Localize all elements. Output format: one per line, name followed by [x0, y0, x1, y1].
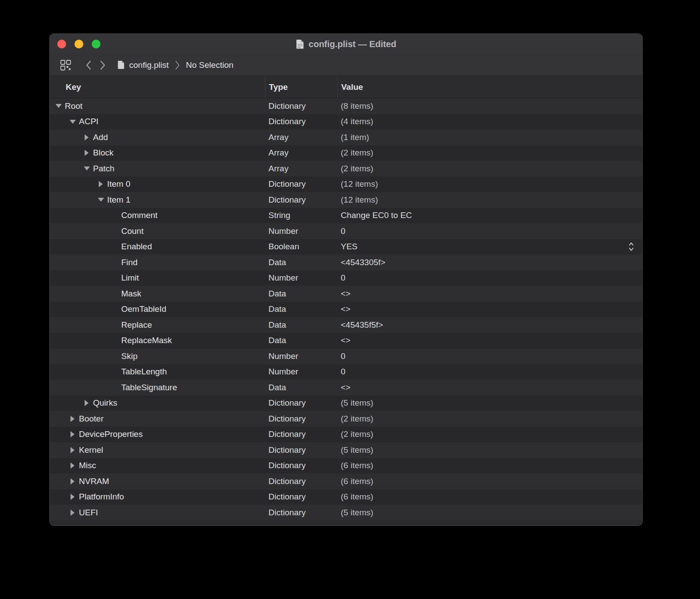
table-row[interactable]: KernelDictionary(5 items) — [50, 442, 642, 458]
row-key-label: Mask — [121, 289, 141, 299]
table-row[interactable]: LimitNumber0 — [50, 270, 642, 286]
table-row[interactable]: CommentStringChange EC0 to EC — [50, 208, 642, 224]
table-row[interactable]: ACPIDictionary(4 items) — [50, 114, 642, 130]
row-key-label: Enabled — [121, 242, 152, 251]
row-value[interactable]: (12 items) — [341, 195, 378, 205]
disclosure-triangle[interactable] — [97, 181, 107, 187]
table-row[interactable]: Item 0Dictionary(12 items) — [50, 177, 642, 192]
table-row[interactable]: NVRAMDictionary(6 items) — [50, 473, 642, 489]
forward-button[interactable] — [96, 58, 110, 73]
row-type: Dictionary — [265, 192, 337, 208]
row-key-label: Item 1 — [107, 195, 130, 205]
row-value[interactable]: 0 — [341, 351, 346, 361]
row-type: Array — [265, 145, 337, 161]
row-value[interactable]: (2 items) — [341, 429, 373, 439]
disclosure-triangle[interactable] — [97, 198, 107, 202]
table-row[interactable]: FindData<4543305f> — [50, 255, 642, 270]
row-value[interactable]: (5 items) — [341, 445, 373, 455]
row-key-label: DeviceProperties — [79, 429, 143, 439]
row-type: Array — [265, 129, 337, 145]
document-icon — [296, 39, 304, 49]
row-key-label: Misc — [79, 461, 96, 470]
table-row[interactable]: PlatformInfoDictionary(6 items) — [50, 489, 642, 505]
table-row[interactable]: QuirksDictionary(5 items) — [50, 396, 642, 411]
row-key-label: UEFI — [79, 508, 98, 518]
table-row[interactable]: OemTableIdData<> — [50, 302, 642, 318]
table-row[interactable]: CountNumber0 — [50, 223, 642, 239]
row-value[interactable]: (12 items) — [341, 179, 378, 189]
row-type: Array — [265, 161, 337, 177]
table-row[interactable]: BlockArray(2 items) — [50, 145, 642, 161]
disclosure-triangle[interactable] — [83, 166, 93, 170]
row-value[interactable]: (2 items) — [341, 148, 373, 158]
row-key-label: Find — [121, 258, 138, 267]
disclosure-triangle[interactable] — [83, 134, 93, 141]
row-value[interactable]: (1 item) — [341, 133, 369, 142]
table-row[interactable]: RootDictionary(8 items) — [50, 98, 642, 114]
disclosure-triangle[interactable] — [69, 447, 79, 453]
row-value[interactable]: 0 — [341, 273, 346, 283]
table-row[interactable]: ReplaceMaskData<> — [50, 333, 642, 349]
minimize-window-button[interactable] — [74, 40, 83, 48]
disclosure-triangle[interactable] — [69, 416, 79, 422]
row-value[interactable]: (6 items) — [341, 461, 373, 470]
row-value[interactable]: <> — [341, 304, 350, 314]
breadcrumb-selection[interactable]: No Selection — [186, 60, 234, 70]
table-row[interactable]: BooterDictionary(2 items) — [50, 411, 642, 427]
close-window-button[interactable] — [57, 40, 66, 48]
table-row[interactable]: MiscDictionary(6 items) — [50, 458, 642, 474]
row-key-label: Root — [65, 101, 82, 111]
disclosure-triangle[interactable] — [83, 400, 93, 406]
row-value[interactable]: (8 items) — [341, 101, 373, 111]
row-value[interactable]: (4 items) — [341, 117, 373, 126]
boolean-popup-stepper[interactable] — [628, 241, 634, 252]
row-value[interactable]: (6 items) — [341, 492, 373, 502]
row-key-label: Kernel — [79, 445, 103, 455]
row-value[interactable]: <> — [341, 289, 350, 299]
disclosure-triangle[interactable] — [55, 104, 65, 108]
table-row[interactable]: SkipNumber0 — [50, 348, 642, 364]
window-title: config.plist — Edited — [309, 39, 396, 49]
row-value[interactable]: Change EC0 to EC — [341, 211, 412, 220]
table-row[interactable]: EnabledBooleanYES — [50, 239, 642, 255]
table-row[interactable]: ReplaceData<45435f5f> — [50, 317, 642, 333]
table-row[interactable]: MaskData<> — [50, 286, 642, 302]
row-value[interactable]: (2 items) — [341, 414, 373, 424]
table-row[interactable]: TableSignatureData<> — [50, 380, 642, 396]
row-value[interactable]: <> — [341, 336, 350, 345]
table-row[interactable]: TableLengthNumber0 — [50, 364, 642, 380]
table-row[interactable]: DevicePropertiesDictionary(2 items) — [50, 427, 642, 443]
row-key-label: Patch — [93, 164, 115, 174]
disclosure-triangle[interactable] — [69, 510, 79, 516]
plist-editor-window: config.plist — Edited — [49, 33, 643, 526]
disclosure-triangle[interactable] — [69, 462, 79, 469]
table-row[interactable]: Item 1Dictionary(12 items) — [50, 192, 642, 208]
row-key-label: TableLength — [121, 367, 167, 377]
row-value[interactable]: (2 items) — [341, 164, 373, 174]
row-value[interactable]: <45435f5f> — [341, 320, 383, 330]
row-type: Data — [265, 317, 337, 333]
row-value[interactable]: 0 — [341, 367, 346, 377]
disclosure-triangle[interactable] — [69, 494, 79, 500]
disclosure-triangle[interactable] — [83, 150, 93, 156]
table-row[interactable]: UEFIDictionary(5 items) — [50, 505, 642, 521]
zoom-window-button[interactable] — [92, 40, 101, 48]
disclosure-triangle[interactable] — [69, 120, 79, 124]
disclosure-triangle[interactable] — [69, 431, 79, 437]
row-type: Boolean — [265, 239, 337, 255]
row-value[interactable]: (5 items) — [341, 508, 373, 518]
related-items-grid-icon[interactable] — [56, 58, 75, 73]
row-value[interactable]: <> — [341, 383, 350, 392]
row-key-label: TableSignature — [121, 383, 177, 392]
row-value[interactable]: (6 items) — [341, 477, 373, 486]
breadcrumb-document[interactable]: config.plist — [129, 60, 169, 70]
row-value[interactable]: (5 items) — [341, 398, 373, 408]
table-row[interactable]: PatchArray(2 items) — [50, 161, 642, 177]
row-value[interactable]: YES — [341, 242, 357, 251]
disclosure-triangle[interactable] — [69, 478, 79, 484]
back-button[interactable] — [81, 58, 96, 73]
row-value[interactable]: 0 — [341, 226, 346, 236]
window-controls — [57, 34, 101, 54]
row-value[interactable]: <4543305f> — [341, 258, 385, 267]
table-row[interactable]: AddArray(1 item) — [50, 129, 642, 145]
